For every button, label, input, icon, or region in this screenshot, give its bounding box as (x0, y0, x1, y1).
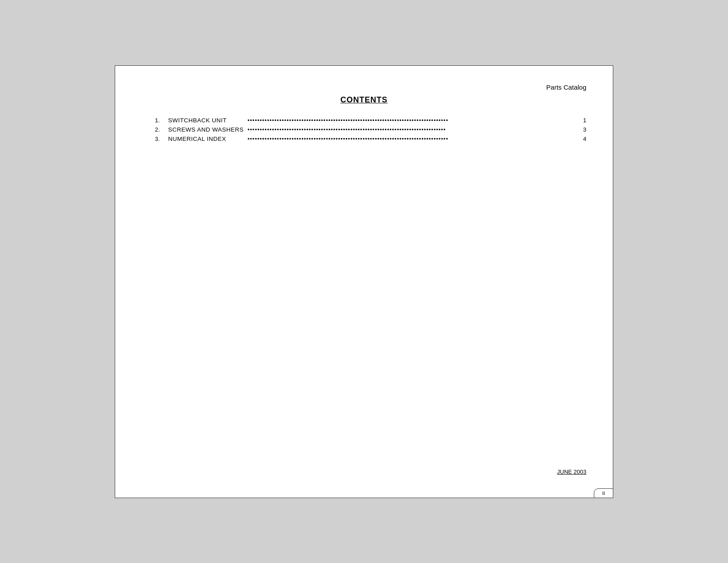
header-row: Parts Catalog (142, 83, 586, 91)
page-wrapper: Parts Catalog CONTENTS 1. SWITCHBACK UNI… (0, 0, 728, 563)
date-label: JUNE 2003 (557, 469, 586, 475)
toc-label-2: SCREWS AND WASHERS (168, 126, 248, 133)
toc-item-2: 2. SCREWS AND WASHERS ••••••••••••••••••… (155, 126, 586, 133)
parts-catalog-label: Parts Catalog (546, 83, 586, 91)
toc-page-3: 4 (583, 136, 586, 142)
toc-page-1: 1 (583, 117, 586, 124)
toc-label-3: NUMERICAL INDEX (168, 136, 248, 142)
toc-number-3: 3. (155, 136, 168, 142)
toc-page-2: 3 (583, 126, 586, 133)
document-page: Parts Catalog CONTENTS 1. SWITCHBACK UNI… (115, 65, 613, 498)
toc-number-1: 1. (155, 117, 168, 124)
toc-item-1: 1. SWITCHBACK UNIT •••••••••••••••••••••… (155, 117, 586, 124)
contents-title: CONTENTS (341, 95, 388, 105)
toc-number-2: 2. (155, 126, 168, 133)
toc-dots-1: ••••••••••••••••••••••••••••••••••••••••… (248, 117, 581, 124)
page-number-badge: II (594, 488, 613, 498)
toc-label-1: SWITCHBACK UNIT (168, 117, 248, 124)
footer-row: JUNE 2003 (557, 468, 586, 476)
page-number-value: II (602, 491, 605, 496)
toc-list: 1. SWITCHBACK UNIT •••••••••••••••••••••… (155, 117, 586, 142)
toc-item-3: 3. NUMERICAL INDEX •••••••••••••••••••••… (155, 136, 586, 142)
contents-title-row: CONTENTS (142, 95, 586, 105)
toc-dots-3: ••••••••••••••••••••••••••••••••••••••••… (248, 136, 581, 142)
toc-dots-2: ••••••••••••••••••••••••••••••••••••••••… (248, 126, 581, 133)
